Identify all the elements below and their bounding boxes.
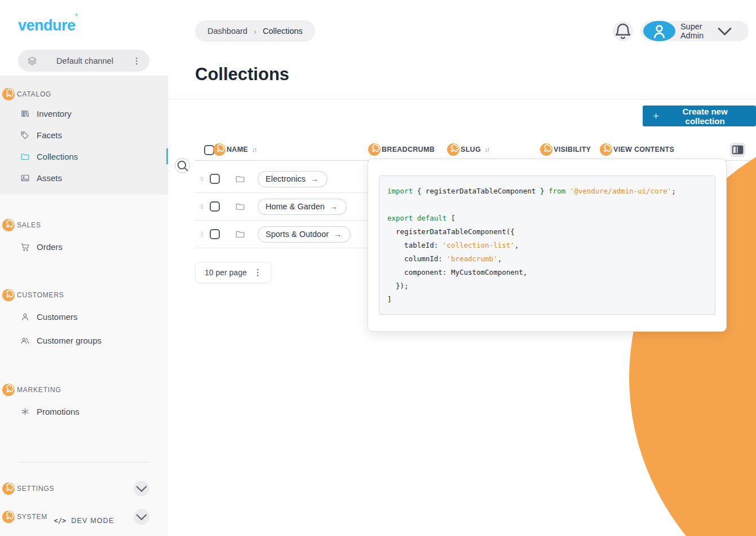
- section-header-settings[interactable]: SETTINGS: [0, 481, 168, 497]
- code-line: tableId: 'collection-list',: [387, 239, 707, 252]
- folder-icon: [235, 174, 245, 184]
- divider: [18, 462, 150, 463]
- collection-name: Sports & Outdoor: [266, 230, 329, 239]
- user-menu[interactable]: Super Admin: [640, 21, 749, 41]
- sidebar-item-customer-groups[interactable]: Customer groups: [0, 331, 168, 349]
- sidebar-item-label: Customers: [37, 312, 78, 322]
- channel-selector[interactable]: Default channel ⋮: [18, 50, 149, 72]
- bell-icon: [613, 21, 633, 41]
- row-checkbox[interactable]: [210, 201, 220, 212]
- collection-name: Electronics: [266, 174, 306, 183]
- sidebar-header: vendure° Default channel ⋮: [0, 0, 168, 76]
- drag-handle-icon[interactable]: [200, 175, 205, 183]
- drag-handle-icon[interactable]: [200, 203, 205, 211]
- drag-handle-icon[interactable]: [200, 230, 205, 239]
- dev-plugin-badge[interactable]: [368, 143, 381, 156]
- sidebar-item-inventory[interactable]: Inventory: [0, 104, 168, 122]
- folder-icon: [235, 201, 245, 212]
- app-root: vendure° Default channel ⋮ CATALOGInvent…: [0, 0, 756, 536]
- items-per-page-button[interactable]: 10 per page ⋮: [195, 262, 271, 283]
- collection-name-chip[interactable]: Home & Garden→: [258, 199, 347, 215]
- folder-icon: [20, 152, 30, 161]
- kebab-icon[interactable]: ⋮: [132, 56, 142, 66]
- code-line: });: [387, 279, 707, 293]
- dev-plugin-badge[interactable]: [213, 143, 226, 156]
- breadcrumb-item-collections[interactable]: Collections: [263, 27, 303, 36]
- user-name: Super Admin: [680, 22, 704, 40]
- kebab-icon: ⋮: [254, 267, 263, 278]
- code-line: ]: [387, 293, 707, 306]
- collection-name: Home & Garden: [266, 202, 325, 211]
- dev-plugin-badge[interactable]: [2, 482, 15, 495]
- collection-name-chip[interactable]: Sports & Outdoor→: [258, 226, 351, 243]
- code-icon: </>: [54, 517, 67, 525]
- layers-icon: [27, 56, 37, 66]
- column-label: NAME: [227, 146, 248, 153]
- main-content: Dashboard›Collections Super Admin Collec…: [168, 0, 756, 536]
- sidebar-item-promotions[interactable]: Promotions: [0, 402, 168, 420]
- section-header-customers: CUSTOMERS: [0, 288, 168, 302]
- asterisk-icon: [20, 407, 30, 416]
- dev-mode-button[interactable]: </> DEV MODE: [0, 517, 168, 525]
- section-header-marketing: MARKETING: [0, 383, 168, 397]
- users-icon: [20, 336, 30, 345]
- sidebar: vendure° Default channel ⋮ CATALOGInvent…: [0, 0, 168, 536]
- sidebar-item-label: Collections: [37, 152, 78, 161]
- code-line: [387, 198, 707, 212]
- arrow-right-icon: →: [330, 202, 338, 211]
- section-header-catalog: CATALOG: [0, 87, 168, 101]
- sidebar-item-facets[interactable]: Facets: [0, 126, 168, 144]
- dev-plugin-badge[interactable]: [540, 143, 552, 156]
- dev-plugin-badge[interactable]: [2, 511, 15, 523]
- dev-plugin-badge[interactable]: [2, 88, 15, 100]
- tag-icon: [20, 130, 30, 140]
- search-toggle-button[interactable]: [175, 158, 190, 173]
- sidebar-item-customers[interactable]: Customers: [0, 307, 168, 326]
- row-checkbox[interactable]: [210, 174, 220, 184]
- chevron-down-icon[interactable]: [134, 481, 149, 497]
- nav-section-settings: SETTINGS: [0, 481, 168, 497]
- section-header-sales: SALES: [0, 218, 168, 232]
- breadcrumb-separator: ›: [254, 27, 257, 36]
- section-label: SETTINGS: [17, 485, 54, 493]
- dev-plugin-badge[interactable]: [2, 384, 15, 396]
- sidebar-nav: CATALOGInventoryFacetsCollectionsAssetsS…: [0, 76, 168, 525]
- dev-mode-label: DEV MODE: [71, 517, 114, 525]
- nav-section-marketing: MARKETINGPromotions: [0, 383, 168, 420]
- nav-section-catalog: CATALOGInventoryFacetsCollectionsAssets: [0, 76, 168, 195]
- sidebar-item-label: Promotions: [37, 407, 79, 416]
- dev-plugin-badge[interactable]: [447, 143, 459, 156]
- dev-plugin-badge[interactable]: [2, 289, 15, 301]
- code-line: registerDataTableComponent({: [387, 225, 707, 239]
- code-line: columnId: 'breadcrumb',: [387, 252, 707, 266]
- breadcrumb-item-dashboard[interactable]: Dashboard: [207, 27, 247, 36]
- column-label: BREADCRUMB: [382, 146, 435, 153]
- cart-icon: [20, 242, 30, 252]
- per-page-label: 10 per page: [205, 268, 247, 277]
- notifications-button[interactable]: [613, 21, 633, 41]
- section-label: SALES: [17, 221, 41, 229]
- sort-icon[interactable]: ↓↑: [485, 146, 489, 153]
- sidebar-item-assets[interactable]: Assets: [0, 169, 168, 187]
- sidebar-item-orders[interactable]: Orders: [0, 238, 168, 256]
- sidebar-item-label: Assets: [37, 173, 62, 183]
- arrow-right-icon: →: [334, 230, 342, 239]
- vendure-logo[interactable]: vendure°: [18, 17, 77, 34]
- collection-name-chip[interactable]: Electronics→: [258, 171, 328, 187]
- section-label: MARKETING: [17, 386, 61, 394]
- sidebar-item-label: Customer groups: [37, 336, 101, 345]
- sort-icon[interactable]: ↓↑: [252, 146, 256, 153]
- channel-label: Default channel: [37, 56, 132, 65]
- column-header-name[interactable]: NAME↓↑: [213, 143, 256, 156]
- sidebar-item-label: Orders: [37, 242, 63, 252]
- column-header-slug[interactable]: SLUG↓↑: [447, 143, 489, 156]
- image-icon: [20, 173, 30, 183]
- chevron-down-icon: [709, 21, 741, 41]
- dev-plugin-badge[interactable]: [2, 219, 15, 231]
- row-checkbox[interactable]: [210, 229, 220, 239]
- sidebar-item-collections[interactable]: Collections: [0, 147, 168, 165]
- code-line: import { registerDataTableComponent } fr…: [387, 184, 707, 198]
- nav-section-customers: CUSTOMERSCustomersCustomer groups: [0, 288, 168, 349]
- dev-plugin-badge[interactable]: [600, 143, 612, 156]
- folder-icon: [235, 229, 245, 239]
